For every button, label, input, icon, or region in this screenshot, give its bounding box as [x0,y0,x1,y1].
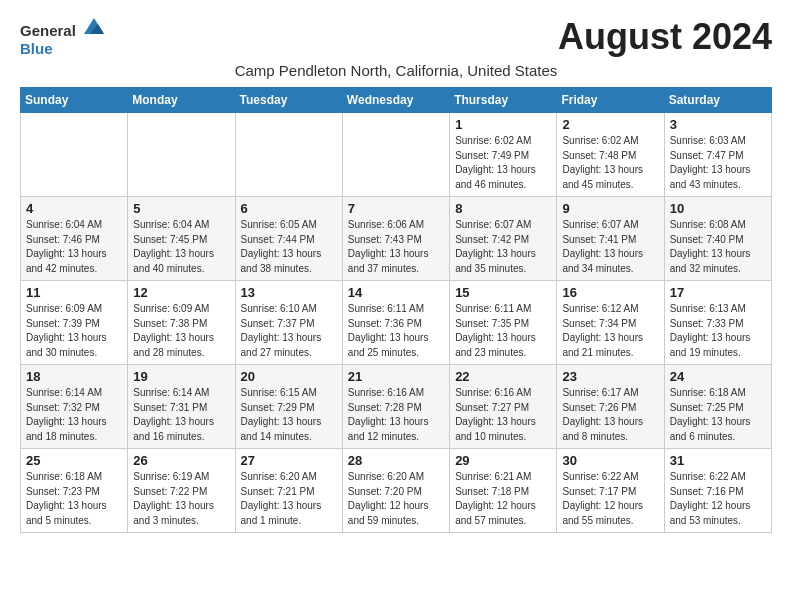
calendar-cell: 7 Sunrise: 6:06 AMSunset: 7:43 PMDayligh… [342,197,449,281]
day-info: Sunrise: 6:11 AMSunset: 7:35 PMDaylight:… [455,303,536,358]
weekday-header: Monday [128,88,235,113]
day-number: 24 [670,369,766,384]
calendar-cell: 9 Sunrise: 6:07 AMSunset: 7:41 PMDayligh… [557,197,664,281]
day-number: 31 [670,453,766,468]
day-info: Sunrise: 6:20 AMSunset: 7:21 PMDaylight:… [241,471,322,526]
calendar-cell: 31 Sunrise: 6:22 AMSunset: 7:16 PMDaylig… [664,449,771,533]
calendar-week-row: 18 Sunrise: 6:14 AMSunset: 7:32 PMDaylig… [21,365,772,449]
day-info: Sunrise: 6:15 AMSunset: 7:29 PMDaylight:… [241,387,322,442]
day-number: 20 [241,369,337,384]
day-number: 15 [455,285,551,300]
calendar-cell: 24 Sunrise: 6:18 AMSunset: 7:25 PMDaylig… [664,365,771,449]
day-info: Sunrise: 6:04 AMSunset: 7:45 PMDaylight:… [133,219,214,274]
calendar-week-row: 25 Sunrise: 6:18 AMSunset: 7:23 PMDaylig… [21,449,772,533]
calendar-cell: 13 Sunrise: 6:10 AMSunset: 7:37 PMDaylig… [235,281,342,365]
calendar-cell: 3 Sunrise: 6:03 AMSunset: 7:47 PMDayligh… [664,113,771,197]
logo-blue: Blue [20,40,53,57]
calendar-cell: 12 Sunrise: 6:09 AMSunset: 7:38 PMDaylig… [128,281,235,365]
calendar-cell [128,113,235,197]
calendar-cell [342,113,449,197]
calendar-cell: 21 Sunrise: 6:16 AMSunset: 7:28 PMDaylig… [342,365,449,449]
day-info: Sunrise: 6:14 AMSunset: 7:31 PMDaylight:… [133,387,214,442]
day-number: 6 [241,201,337,216]
day-number: 30 [562,453,658,468]
calendar-cell: 17 Sunrise: 6:13 AMSunset: 7:33 PMDaylig… [664,281,771,365]
calendar-cell: 1 Sunrise: 6:02 AMSunset: 7:49 PMDayligh… [450,113,557,197]
calendar-cell: 25 Sunrise: 6:18 AMSunset: 7:23 PMDaylig… [21,449,128,533]
day-info: Sunrise: 6:22 AMSunset: 7:16 PMDaylight:… [670,471,751,526]
day-info: Sunrise: 6:19 AMSunset: 7:22 PMDaylight:… [133,471,214,526]
day-info: Sunrise: 6:14 AMSunset: 7:32 PMDaylight:… [26,387,107,442]
calendar-week-row: 11 Sunrise: 6:09 AMSunset: 7:39 PMDaylig… [21,281,772,365]
calendar-cell: 6 Sunrise: 6:05 AMSunset: 7:44 PMDayligh… [235,197,342,281]
day-number: 7 [348,201,444,216]
logo-general: General [20,22,76,39]
day-info: Sunrise: 6:11 AMSunset: 7:36 PMDaylight:… [348,303,429,358]
day-info: Sunrise: 6:04 AMSunset: 7:46 PMDaylight:… [26,219,107,274]
day-number: 27 [241,453,337,468]
day-number: 11 [26,285,122,300]
day-number: 18 [26,369,122,384]
day-number: 5 [133,201,229,216]
day-number: 2 [562,117,658,132]
logo: General Blue [20,16,106,58]
day-number: 3 [670,117,766,132]
day-info: Sunrise: 6:16 AMSunset: 7:27 PMDaylight:… [455,387,536,442]
day-info: Sunrise: 6:07 AMSunset: 7:42 PMDaylight:… [455,219,536,274]
day-info: Sunrise: 6:18 AMSunset: 7:25 PMDaylight:… [670,387,751,442]
calendar-cell: 27 Sunrise: 6:20 AMSunset: 7:21 PMDaylig… [235,449,342,533]
weekday-header: Sunday [21,88,128,113]
calendar-week-row: 1 Sunrise: 6:02 AMSunset: 7:49 PMDayligh… [21,113,772,197]
day-info: Sunrise: 6:20 AMSunset: 7:20 PMDaylight:… [348,471,429,526]
calendar-cell: 28 Sunrise: 6:20 AMSunset: 7:20 PMDaylig… [342,449,449,533]
day-number: 10 [670,201,766,216]
logo-icon [82,16,106,36]
day-info: Sunrise: 6:09 AMSunset: 7:39 PMDaylight:… [26,303,107,358]
day-info: Sunrise: 6:13 AMSunset: 7:33 PMDaylight:… [670,303,751,358]
day-info: Sunrise: 6:18 AMSunset: 7:23 PMDaylight:… [26,471,107,526]
day-number: 16 [562,285,658,300]
day-number: 14 [348,285,444,300]
calendar-cell: 2 Sunrise: 6:02 AMSunset: 7:48 PMDayligh… [557,113,664,197]
calendar-cell: 14 Sunrise: 6:11 AMSunset: 7:36 PMDaylig… [342,281,449,365]
calendar-cell: 19 Sunrise: 6:14 AMSunset: 7:31 PMDaylig… [128,365,235,449]
day-info: Sunrise: 6:12 AMSunset: 7:34 PMDaylight:… [562,303,643,358]
day-number: 26 [133,453,229,468]
month-title: August 2024 [558,16,772,58]
weekday-header: Wednesday [342,88,449,113]
weekday-header: Saturday [664,88,771,113]
day-number: 12 [133,285,229,300]
weekday-header: Friday [557,88,664,113]
weekday-header: Tuesday [235,88,342,113]
calendar-cell: 5 Sunrise: 6:04 AMSunset: 7:45 PMDayligh… [128,197,235,281]
day-info: Sunrise: 6:10 AMSunset: 7:37 PMDaylight:… [241,303,322,358]
calendar-table: SundayMondayTuesdayWednesdayThursdayFrid… [20,87,772,533]
calendar-cell: 30 Sunrise: 6:22 AMSunset: 7:17 PMDaylig… [557,449,664,533]
calendar-cell: 18 Sunrise: 6:14 AMSunset: 7:32 PMDaylig… [21,365,128,449]
day-info: Sunrise: 6:21 AMSunset: 7:18 PMDaylight:… [455,471,536,526]
day-number: 19 [133,369,229,384]
day-number: 29 [455,453,551,468]
day-info: Sunrise: 6:07 AMSunset: 7:41 PMDaylight:… [562,219,643,274]
day-number: 25 [26,453,122,468]
day-info: Sunrise: 6:09 AMSunset: 7:38 PMDaylight:… [133,303,214,358]
calendar-cell [235,113,342,197]
calendar-cell: 4 Sunrise: 6:04 AMSunset: 7:46 PMDayligh… [21,197,128,281]
day-info: Sunrise: 6:02 AMSunset: 7:48 PMDaylight:… [562,135,643,190]
day-info: Sunrise: 6:16 AMSunset: 7:28 PMDaylight:… [348,387,429,442]
calendar-week-row: 4 Sunrise: 6:04 AMSunset: 7:46 PMDayligh… [21,197,772,281]
day-info: Sunrise: 6:02 AMSunset: 7:49 PMDaylight:… [455,135,536,190]
day-number: 13 [241,285,337,300]
weekday-header: Thursday [450,88,557,113]
day-info: Sunrise: 6:08 AMSunset: 7:40 PMDaylight:… [670,219,751,274]
calendar-cell [21,113,128,197]
day-info: Sunrise: 6:22 AMSunset: 7:17 PMDaylight:… [562,471,643,526]
day-number: 4 [26,201,122,216]
day-info: Sunrise: 6:03 AMSunset: 7:47 PMDaylight:… [670,135,751,190]
day-number: 8 [455,201,551,216]
day-number: 1 [455,117,551,132]
calendar-cell: 26 Sunrise: 6:19 AMSunset: 7:22 PMDaylig… [128,449,235,533]
calendar-cell: 22 Sunrise: 6:16 AMSunset: 7:27 PMDaylig… [450,365,557,449]
location-title: Camp Pendleton North, California, United… [20,62,772,79]
calendar-cell: 15 Sunrise: 6:11 AMSunset: 7:35 PMDaylig… [450,281,557,365]
